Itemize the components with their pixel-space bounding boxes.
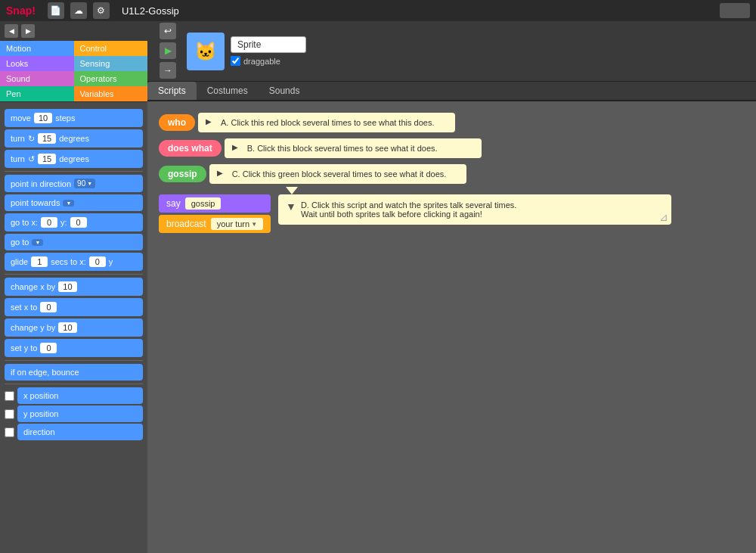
cloud-button[interactable]: ☁ [70,2,87,19]
draggable-checkbox[interactable] [231,56,240,66]
direction-checkbox[interactable] [5,427,14,437]
tabs-bar: Scripts Costumes Sounds [147,82,756,101]
go-to-x-value[interactable]: 0 [41,217,57,228]
instruction-c-text: C. Click this green block several times … [232,169,447,179]
instruction-d-title: D. Click this script and watch the sprit… [301,200,516,210]
cat-variables[interactable]: Variables [74,86,148,101]
y-position-block[interactable]: y position [17,405,143,422]
move-block[interactable]: move 10 steps [5,109,143,127]
turn-ccw-degrees: degrees [59,154,89,163]
go-to-xy-block[interactable]: go to x: 0 y: 0 [5,213,143,231]
script-row-c: gossip ▶ C. Click this green block sever… [159,164,745,184]
sidebar-top-controls: ◀ ▶ [0,21,147,41]
instruction-a-text: A. Click this red block several times to… [221,118,434,127]
right-arrow[interactable]: ▶ [21,24,35,38]
does-what-button[interactable]: does what [159,140,222,157]
instruction-b-text: B. Click this block several times to see… [247,144,438,153]
set-x-label: set x to [11,303,37,312]
move-steps-value[interactable]: 10 [34,113,52,123]
scripts-area[interactable]: who ▶ A. Click this red block several ti… [147,101,756,553]
broadcast-block[interactable]: broadcast your turn [159,215,271,233]
move-label: move [11,113,31,123]
y-position-checkbox[interactable] [5,409,14,419]
y-position-label: y position [23,409,58,418]
cat-operators[interactable]: Operators [74,71,148,86]
sprite-info: draggable [231,36,306,66]
turn-ccw-icon: ↺ [28,154,35,164]
point-towards-value[interactable] [63,200,74,207]
go-to-block[interactable]: go to [5,234,143,250]
instruction-c-box: ▶ C. Click this green block several time… [209,164,466,184]
change-x-value[interactable]: 10 [58,281,76,292]
step-back-icon[interactable]: ↩ [160,23,176,39]
dropdown-arrow-icon: ▼ [286,200,296,213]
point-towards-block[interactable]: point towards [5,194,143,211]
direction-block[interactable]: direction [17,424,143,440]
topbar: Snap! 📄 ☁ ⚙ U1L2-Gossip [0,0,756,21]
file-button[interactable]: 📄 [48,2,64,19]
go-to-label: go to [11,238,29,247]
set-y-block[interactable]: set y to 0 [5,339,143,357]
instruction-a-box: ▶ A. Click this red block several times … [198,113,455,132]
point-dir-label: point in direction [11,179,71,188]
resize-handle[interactable]: ⊿ [659,211,668,223]
cat-sound[interactable]: Sound [0,71,74,86]
cat-sensing[interactable]: Sensing [74,56,148,71]
glide-secs[interactable]: 1 [31,256,48,267]
set-y-value[interactable]: 0 [40,343,57,353]
sprite-thumbnail: 🐱 [187,33,225,70]
cat-pen[interactable]: Pen [0,86,74,101]
turn-cw-block[interactable]: turn ↻ 15 degrees [5,129,143,148]
set-x-value[interactable]: 0 [40,302,57,312]
change-y-value[interactable]: 10 [58,322,76,333]
turn-cw-value[interactable]: 15 [38,133,56,144]
stage-toggle[interactable] [720,3,750,18]
go-to-y-label: y: [60,218,67,227]
script-row-b: does what ▶ B. Click this block several … [159,138,745,158]
green-flag-icon[interactable]: ▶ [160,42,176,59]
main-layout: ◀ ▶ Motion Control Looks Sensing Sound O… [0,21,756,553]
stage-small-controls: ↩ ▶ → [155,18,181,85]
x-position-label: x position [23,391,58,400]
point-dir-value[interactable]: 90 [74,179,95,188]
tab-scripts[interactable]: Scripts [147,82,197,100]
instruction-d-box: ▼ D. Click this script and watch the spr… [278,194,671,225]
sprite-name-input[interactable] [231,36,306,53]
script-row-d: say gossip broadcast your turn ▼ D. Clic… [159,194,745,233]
play-c-button[interactable]: ▶ [217,169,228,179]
right-area: ↩ ▶ → 🐱 draggable Scripts Costumes Sound… [147,21,756,553]
bounce-block[interactable]: if on edge, bounce [5,364,143,381]
settings-button[interactable]: ⚙ [93,2,110,19]
cat-control[interactable]: Control [74,41,148,56]
play-a-button[interactable]: ▶ [206,117,216,128]
set-x-block[interactable]: set x to 0 [5,298,143,316]
broadcast-value[interactable]: your turn [211,218,263,230]
gossip-button[interactable]: gossip [159,166,206,182]
turn-ccw-value[interactable]: 15 [38,154,56,164]
nav-right-icon[interactable]: → [160,62,176,79]
say-gossip-block[interactable]: say gossip [159,194,271,213]
play-b-button[interactable]: ▶ [232,143,243,154]
glide-x[interactable]: 0 [89,256,106,267]
glide-block[interactable]: glide 1 secs to x: 0 y [5,253,143,271]
go-to-y-value[interactable]: 0 [70,217,87,228]
x-position-checkbox[interactable] [5,391,14,401]
arrow-down-icon [286,187,298,194]
left-arrow[interactable]: ◀ [5,24,18,38]
change-x-block[interactable]: change x by 10 [5,278,143,296]
who-button[interactable]: who [159,114,195,131]
change-y-label: change y by [11,323,55,332]
tab-sounds[interactable]: Sounds [259,82,311,100]
divider-4 [5,384,143,384]
turn-ccw-label: turn [11,154,25,163]
change-y-block[interactable]: change y by 10 [5,318,143,337]
tab-costumes[interactable]: Costumes [197,82,259,100]
cat-looks[interactable]: Looks [0,56,74,71]
x-position-block[interactable]: x position [17,387,143,404]
cat-motion[interactable]: Motion [0,41,74,56]
go-to-target[interactable] [32,239,43,246]
point-direction-block[interactable]: point in direction 90 [5,175,143,192]
turn-ccw-block[interactable]: turn ↺ 15 degrees [5,150,143,168]
instruction-d-inner: ▼ D. Click this script and watch the spr… [286,200,664,219]
set-y-label: set y to [11,343,37,353]
